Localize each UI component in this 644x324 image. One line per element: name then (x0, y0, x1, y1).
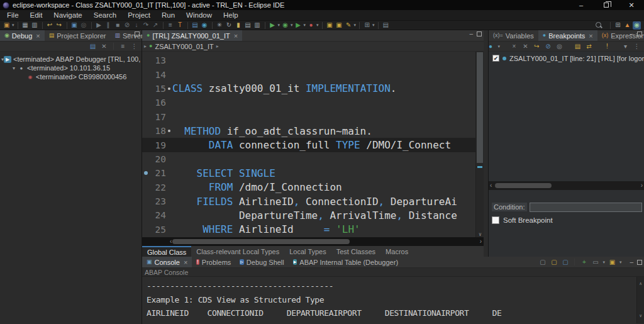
code-line[interactable]: 22 FROM /dmo/I_Connection (142, 181, 484, 194)
breakpoints-horizontal-scrollbar[interactable]: ‹ › (489, 181, 644, 190)
clear-console-icon[interactable]: ▢ (561, 258, 569, 266)
soft-breakpoint-checkbox[interactable] (492, 216, 499, 224)
save-icon[interactable]: ▦ (21, 21, 30, 30)
refresh-icon[interactable]: ↻ (225, 21, 233, 30)
sash-divider[interactable] (484, 30, 489, 257)
tab-debug[interactable]: ◉Debug× (0, 30, 45, 41)
step-over-icon[interactable]: ↷ (142, 21, 150, 30)
remove-launch-icon[interactable]: ▢ (538, 258, 547, 266)
remove-all-launches-icon[interactable]: ▢ (550, 258, 558, 266)
sap-system-icon[interactable]: ◉ (201, 21, 209, 30)
more-icon[interactable]: ⋮ (130, 42, 138, 50)
minimize-view-icon[interactable]: – (630, 260, 633, 265)
disconnect-icon[interactable]: ⊘ (123, 21, 131, 30)
pencil-icon[interactable]: ✎ (345, 21, 353, 30)
breakpoint-ruler[interactable] (142, 82, 150, 96)
breakpoint-ruler[interactable] (142, 96, 150, 109)
breakpoint-type-icon[interactable]: ● (486, 42, 494, 50)
menu-search[interactable]: Search (88, 10, 122, 21)
close-icon[interactable]: × (234, 32, 238, 40)
open-console-icon[interactable]: + (580, 258, 588, 266)
scroll-down-arrow-icon[interactable]: ∨ (640, 310, 642, 323)
code-line[interactable]: 15CLASS zsalty000_01_it IMPLEMENTATION. (142, 82, 484, 96)
tab-debug-shell[interactable]: ▹Debug Shell (235, 257, 288, 267)
relation-explorer-icon[interactable]: ◎ (80, 21, 88, 30)
tab-breakpoints[interactable]: ●Breakpoints× (538, 30, 597, 41)
maximize-view-icon[interactable] (637, 260, 642, 265)
navigate-forward-icon[interactable]: ↪ (55, 21, 64, 30)
dropdown-arrow-icon[interactable]: ▾ (316, 23, 319, 28)
minimize-view-icon[interactable]: – (469, 31, 473, 36)
tree-item[interactable]: ▾▶<terminated> ABAP Debugger [TRL, 100, … (0, 55, 142, 64)
sap-gui-icon[interactable]: ▣ (70, 21, 79, 30)
menu-file[interactable]: File (1, 10, 25, 21)
open-editor-icon[interactable]: ▣ (335, 21, 343, 30)
breakpoint-ruler[interactable] (142, 67, 150, 81)
breakpoint-checkbox[interactable]: ✔ (492, 55, 499, 62)
dropdown-arrow-icon[interactable]: ▾ (372, 23, 375, 28)
close-icon[interactable]: × (36, 32, 40, 40)
menu-run[interactable]: Run (156, 10, 180, 21)
breadcrumb-item[interactable]: ZSALTY000_01_IT (155, 43, 213, 50)
menu-window[interactable]: Window (180, 10, 218, 21)
scroll-right-arrow-icon[interactable]: › (480, 238, 482, 245)
scroll-right-arrow-icon[interactable]: › (641, 182, 643, 189)
code-line[interactable]: 16 (142, 96, 484, 109)
tab-global-class[interactable]: Global Class (142, 246, 191, 257)
dropdown-arrow-icon[interactable]: ▾ (619, 260, 622, 265)
group-by-icon[interactable]: ▤ (574, 42, 582, 50)
tab-problems[interactable]: !Problems (192, 257, 235, 267)
breakpoint-ruler[interactable] (142, 53, 150, 67)
code-line[interactable]: 14 (142, 67, 484, 81)
resume-icon[interactable]: ▶ (95, 21, 103, 30)
menu-help[interactable]: Help (218, 10, 244, 21)
console-vertical-scrollbar[interactable]: ∧ ∨ (636, 277, 644, 323)
minimize-view-icon[interactable]: – (630, 31, 633, 36)
dropdown-arrow-icon[interactable]: ▾ (278, 23, 280, 28)
maximize-view-icon[interactable] (477, 31, 482, 36)
breakpoint-ruler[interactable] (142, 166, 150, 180)
restore-button[interactable] (594, 0, 619, 10)
customize-perspective-icon[interactable]: ⊞ (614, 21, 622, 30)
navigate-back-icon[interactable]: ↩ (46, 21, 54, 30)
tab-console[interactable]: ▣Console× (142, 257, 192, 267)
scroll-down-arrow-icon[interactable]: ∨ (476, 232, 484, 237)
code-editor[interactable]: 131415CLASS zsalty000_01_it IMPLEMENTATI… (142, 52, 484, 237)
dropdown-arrow-icon[interactable]: ▾ (291, 23, 293, 28)
data-preview-icon[interactable]: ⊞ (363, 21, 371, 30)
scroll-left-arrow-icon[interactable]: ‹ (490, 182, 492, 189)
dropdown-arrow-icon[interactable]: ▾ (602, 260, 605, 265)
chevron-right-icon[interactable]: ▸ (216, 43, 219, 49)
code-line[interactable]: 21 SELECT SINGLE (142, 166, 484, 180)
editor-tab[interactable]: ● [TRL] ZSALTY000_01_IT × (142, 30, 242, 41)
skip-all-breakpoints-icon[interactable]: ⊘ (544, 42, 552, 50)
breakpoint-ruler[interactable] (142, 110, 150, 124)
open-console-icon[interactable]: ≡ (167, 21, 175, 30)
save-all-icon[interactable]: ▥ (31, 21, 39, 30)
warning-icon[interactable]: ! (603, 42, 611, 50)
dropdown-arrow-icon[interactable]: ▾ (304, 23, 306, 28)
lock-icon[interactable]: ▮ (235, 21, 243, 30)
view-menu-icon[interactable]: ≡ (119, 42, 127, 50)
more-icon[interactable]: ⋮ (633, 42, 641, 50)
search-icon[interactable] (595, 21, 602, 29)
code-line[interactable]: 24 DepartureTime, ArrivalTime, Distance (142, 208, 484, 222)
terminate-icon[interactable]: ■ (114, 21, 122, 30)
feed-reader-icon[interactable]: ▤ (382, 21, 390, 30)
expander-icon[interactable]: ▾ (10, 65, 18, 71)
tab-project-explorer[interactable]: ▤Project Explorer (45, 30, 111, 41)
abap-perspective-icon[interactable]: ▲ (623, 21, 631, 30)
code-line[interactable]: 17 (142, 110, 484, 124)
coverage-icon[interactable]: ▶ (294, 21, 303, 30)
step-filters-icon[interactable]: T (176, 21, 184, 30)
console-output[interactable]: ----------------------------------------… (142, 277, 644, 323)
suspend-icon[interactable]: ∥ (104, 21, 113, 30)
remove-breakpoint-icon[interactable]: × (510, 42, 518, 50)
debug-perspective-icon[interactable]: ◉ (633, 21, 641, 30)
tab-test-classes[interactable]: Test Classes (331, 246, 380, 257)
open-gui-icon[interactable]: ▣ (326, 21, 334, 30)
close-icon[interactable]: × (589, 32, 592, 40)
code-line[interactable]: 23 FIELDS AirlineID, ConnectionID, Depar… (142, 194, 484, 208)
display-console-icon[interactable]: ▭ (591, 258, 599, 266)
remove-all-breakpoints-icon[interactable]: ✕ (521, 42, 530, 50)
